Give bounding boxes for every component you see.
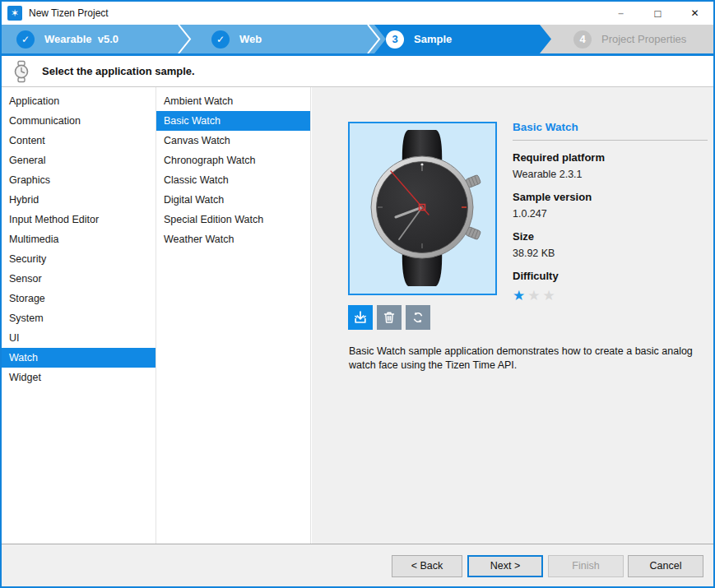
sample-item-weather-watch[interactable]: Weather Watch (156, 229, 310, 249)
download-icon (353, 310, 368, 325)
close-button[interactable]: ✕ (676, 2, 713, 25)
step-number-badge: 4 (573, 30, 592, 49)
category-item-widget[interactable]: Widget (2, 368, 156, 387)
dialog-footer: < Back Next > Finish Cancel (2, 544, 713, 586)
next-button[interactable]: Next > (467, 555, 543, 577)
step-number-badge: 3 (386, 30, 404, 49)
minimize-button[interactable]: – (602, 2, 639, 25)
category-item-graphics[interactable]: Graphics (2, 170, 156, 190)
refresh-icon (411, 310, 425, 325)
step-sample: 3 Sample (386, 25, 452, 53)
required-platform-label: Required platform (513, 151, 708, 164)
watch-icon (12, 60, 30, 83)
category-item-input-method-editor[interactable]: Input Method Editor (2, 210, 156, 229)
watch-preview-illustration (350, 123, 495, 294)
category-list: Application Communication Content Genera… (2, 87, 156, 544)
content-area: Application Communication Content Genera… (2, 87, 713, 544)
sample-item-chronograph-watch[interactable]: Chronograph Watch (156, 150, 310, 170)
window-title: New Tizen Project (29, 7, 109, 19)
sample-list: Ambient Watch Basic Watch Canvas Watch C… (156, 87, 311, 544)
maximize-button[interactable]: □ (639, 2, 676, 25)
category-item-watch[interactable]: Watch (2, 348, 156, 368)
window-controls: – □ ✕ (602, 2, 713, 25)
sample-item-digital-watch[interactable]: Digital Watch (156, 190, 310, 210)
category-item-storage[interactable]: Storage (2, 289, 156, 308)
tizen-logo-icon: ✶ (7, 6, 22, 21)
category-item-security[interactable]: Security (2, 249, 156, 269)
new-tizen-project-dialog: ✶ New Tizen Project – □ ✕ ✓ Wearable v5.… (0, 0, 715, 588)
size-value: 38.92 KB (513, 248, 708, 259)
difficulty-rating: ★★★ (513, 287, 708, 304)
sample-description: Basic Watch sample application demonstra… (349, 345, 708, 373)
delete-sample-button[interactable] (377, 305, 402, 330)
step-profile: ✓ Web (211, 25, 262, 53)
category-item-sensor[interactable]: Sensor (2, 269, 156, 289)
preview-action-bar (348, 305, 430, 330)
star-icon: ★ (543, 288, 558, 303)
refresh-sample-button[interactable] (406, 305, 430, 330)
star-icon: ★ (527, 288, 542, 303)
sample-item-basic-watch[interactable]: Basic Watch (156, 111, 310, 131)
step-sample-label: Sample (414, 33, 452, 45)
sample-item-ambient-watch[interactable]: Ambient Watch (156, 91, 310, 111)
sample-item-classic-watch[interactable]: Classic Watch (156, 170, 310, 190)
page-instruction: Select the application sample. (42, 65, 195, 77)
sample-version-label: Sample version (513, 191, 708, 203)
title-bar: ✶ New Tizen Project – □ ✕ (2, 2, 713, 25)
back-button[interactable]: < Back (392, 555, 462, 577)
category-item-general[interactable]: General (2, 150, 156, 170)
sample-title: Basic Watch (513, 121, 708, 141)
difficulty-label: Difficulty (513, 270, 708, 282)
category-item-hybrid[interactable]: Hybrid (2, 190, 156, 210)
step-platform-label: Wearable v5.0 (44, 33, 118, 45)
wizard-step-bar: ✓ Wearable v5.0 ✓ Web 3 Sample 4 Project… (2, 25, 713, 56)
category-item-system[interactable]: System (2, 308, 156, 328)
download-sample-button[interactable] (348, 305, 373, 330)
required-platform-value: Wearable 2.3.1 (513, 169, 708, 180)
sample-item-special-edition-watch[interactable]: Special Edition Watch (156, 210, 310, 229)
category-item-communication[interactable]: Communication (2, 111, 156, 131)
size-label: Size (513, 230, 708, 243)
check-icon: ✓ (16, 30, 35, 49)
sample-detail-panel: Basic Watch Required platform Wearable 2… (312, 87, 713, 544)
sample-version-value: 1.0.247 (513, 208, 708, 220)
step-platform: ✓ Wearable v5.0 (16, 25, 118, 53)
step-profile-label: Web (239, 33, 262, 45)
sample-preview-image (348, 122, 497, 295)
star-icon: ★ (513, 288, 527, 303)
sample-item-canvas-watch[interactable]: Canvas Watch (156, 131, 310, 150)
finish-button[interactable]: Finish (548, 555, 624, 577)
category-item-ui[interactable]: UI (2, 328, 156, 348)
check-icon: ✓ (211, 30, 230, 49)
trash-icon (382, 310, 397, 325)
category-item-application[interactable]: Application (2, 91, 156, 111)
page-header: Select the application sample. (2, 56, 713, 87)
sample-info: Basic Watch Required platform Wearable 2… (513, 121, 708, 304)
step-project-properties-label: Project Properties (601, 33, 686, 45)
step-project-properties: 4 Project Properties (573, 25, 686, 53)
cancel-button[interactable]: Cancel (628, 555, 703, 577)
category-item-content[interactable]: Content (2, 131, 156, 150)
category-item-multimedia[interactable]: Multimedia (2, 229, 156, 249)
